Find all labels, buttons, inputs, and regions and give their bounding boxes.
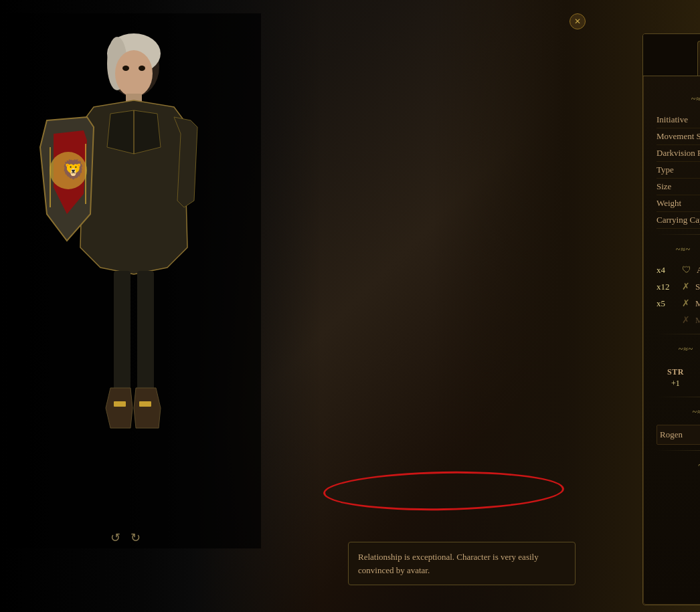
panel-wrapper: ✕ ⚔ 💀 ☰ Attributes xyxy=(318,13,586,595)
panel-content: Attributes Initiative +2 Movement Speed … xyxy=(643,76,700,605)
svg-text:↻: ↻ xyxy=(130,531,141,544)
deco-left-save xyxy=(657,344,700,354)
divider-2 xyxy=(657,334,700,334)
close-icon: ✕ xyxy=(574,17,581,27)
divider-4 xyxy=(657,450,700,451)
deco-left-tags xyxy=(657,461,700,471)
prof-armour: x4 🛡 Armour xyxy=(657,262,700,278)
attr-carrying: Carrying Capacity 280lbs xyxy=(657,212,700,229)
approval-rogen: Rogen Exceptional (100) xyxy=(657,425,700,445)
martial-weapons-icon: ✗ xyxy=(682,298,690,309)
attr-type-label: Type xyxy=(657,165,674,175)
attributes-header: Attributes xyxy=(657,94,700,105)
saving-throws-grid: STR +1 DEX +1 CON +3 INT -1 WIS +8 xyxy=(657,362,700,391)
character-area: 🦁 ↺ ↻ xyxy=(0,0,321,612)
save-str-value: +1 xyxy=(671,379,680,389)
musical-icon: ✗ xyxy=(682,314,690,326)
prof-simple-name: Simple Weapons xyxy=(695,282,700,292)
attr-movement-label: Movement Speed xyxy=(657,131,700,142)
red-circle-highlight xyxy=(323,470,565,512)
attr-size: Size Medium xyxy=(657,179,700,195)
attr-carrying-label: Carrying Capacity xyxy=(657,215,700,225)
svg-text:🦁: 🦁 xyxy=(62,159,85,181)
attr-weight: Weight 150lbs xyxy=(657,195,700,212)
approval-rogen-name: Rogen xyxy=(660,429,683,440)
close-button[interactable]: ✕ xyxy=(570,13,586,29)
tab-weapons[interactable]: ⚔ xyxy=(697,41,700,76)
svg-text:↺: ↺ xyxy=(110,531,120,544)
prof-armour-count: x4 xyxy=(657,265,677,276)
attributes-panel: ⚔ 💀 ☰ Attributes Init xyxy=(642,33,700,605)
prof-armour-name: Armour xyxy=(697,265,700,276)
svg-point-4 xyxy=(115,50,153,97)
deco-left-attributes xyxy=(657,94,700,104)
prof-musical-instrument: ✗ Musical Instrument xyxy=(657,312,700,328)
attr-initiative: Initiative +2 xyxy=(657,112,700,128)
attr-initiative-label: Initiative xyxy=(657,114,688,125)
divider-1 xyxy=(657,234,700,235)
attr-movement-speed: Movement Speed 40ft xyxy=(657,128,700,145)
tags-header: Tags xyxy=(657,460,700,472)
svg-rect-15 xyxy=(114,401,126,407)
tooltip-box: Relationship is exceptional. Character i… xyxy=(348,542,576,585)
prof-musical-name: Musical Instrument xyxy=(695,315,700,326)
tooltip-text: Relationship is exceptional. Character i… xyxy=(358,552,539,575)
attr-weight-label: Weight xyxy=(657,198,681,209)
svg-point-5 xyxy=(122,66,129,71)
save-str: STR +1 xyxy=(667,367,684,389)
svg-rect-16 xyxy=(139,401,151,407)
attr-darkvision-label: Darkvision Range xyxy=(657,148,700,159)
simple-weapons-icon: ✗ xyxy=(682,281,690,292)
attr-size-label: Size xyxy=(657,181,671,192)
prof-simple-weapons: x12 ✗ Simple Weapons xyxy=(657,278,700,295)
saving-throw-header: Saving Throw Bonus xyxy=(657,344,700,355)
prof-martial-count: x5 xyxy=(657,298,677,309)
divider-3 xyxy=(657,397,700,397)
tab-bar: ⚔ 💀 ☰ xyxy=(643,34,700,76)
deco-left-prof xyxy=(657,245,700,255)
approval-header: Approval xyxy=(657,407,700,418)
save-str-label: STR xyxy=(667,367,684,377)
prof-martial-weapons: x5 ✗ Martial Weapons xyxy=(657,295,700,312)
attr-type: Type Humanoid xyxy=(657,162,700,179)
prof-simple-count: x12 xyxy=(657,282,677,292)
tags-text: Baldurian, Cleric of ... Half-Elf, Huma.… xyxy=(657,478,700,494)
svg-rect-13 xyxy=(114,271,130,391)
svg-point-6 xyxy=(139,66,145,71)
proficiency-header: Proficiency Bonus (+4) xyxy=(657,244,700,256)
character-figure: 🦁 ↺ ↻ xyxy=(7,13,261,548)
prof-martial-name: Martial Weapons xyxy=(695,298,700,309)
armour-icon: 🛡 xyxy=(682,265,691,276)
svg-rect-14 xyxy=(137,271,154,391)
attr-darkvision: Darkvision Range 40ft xyxy=(657,145,700,162)
deco-left-approval xyxy=(657,407,700,417)
